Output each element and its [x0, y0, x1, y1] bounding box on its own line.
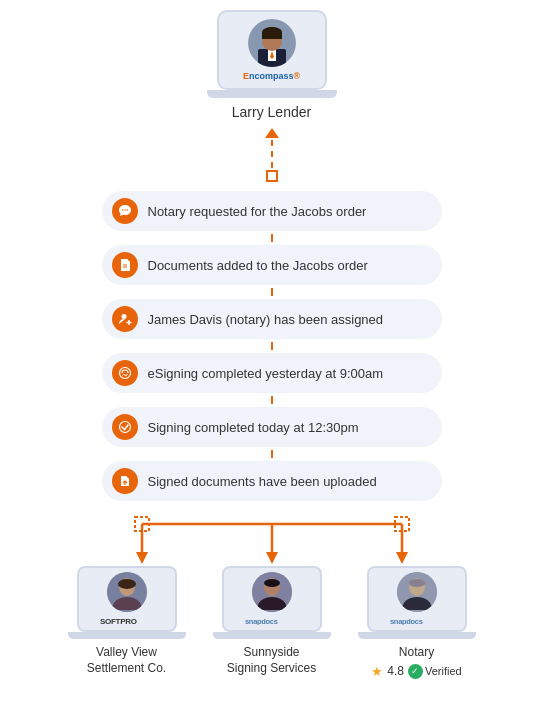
top-section: Encompass® Larry Lender — [207, 10, 337, 120]
verified-badge: ✓ Verified — [408, 664, 462, 679]
activity-esigning: eSigning completed yesterday at 9:00am — [102, 353, 442, 393]
svg-text:SOFTPRO: SOFTPRO — [100, 617, 137, 625]
larry-laptop: Encompass® — [217, 10, 327, 90]
svg-point-29 — [118, 579, 136, 589]
valley-avatar — [107, 572, 147, 612]
svg-point-9 — [126, 209, 128, 211]
card-valley-view: SOFTPRO Valley View Settlement Co. — [62, 566, 192, 679]
upload-doc-icon — [112, 468, 138, 494]
docs-uploaded-text: Signed documents have been uploaded — [148, 474, 377, 489]
softpro-logo: SOFTPRO — [100, 615, 154, 626]
doc-icon — [112, 252, 138, 278]
user-plus-icon — [112, 306, 138, 332]
svg-point-37 — [408, 579, 425, 587]
verified-text: Verified — [425, 665, 462, 677]
signing-complete-text: Signing completed today at 12:30pm — [148, 420, 359, 435]
svg-text:snapdocs: snapdocs — [390, 617, 423, 625]
svg-point-8 — [124, 209, 126, 211]
esigning-text: eSigning completed yesterday at 9:00am — [148, 366, 384, 381]
sunnyside-laptop-base — [213, 632, 331, 639]
svg-marker-26 — [396, 552, 408, 564]
larry-name: Larry Lender — [232, 104, 311, 120]
documents-added-text: Documents added to the Jacobs order — [148, 258, 368, 273]
arrow-up — [265, 128, 279, 184]
branch-svg — [72, 506, 472, 566]
card-notary: snapdocs Notary ★ 4.8 ✓ Verified — [352, 566, 482, 679]
bottom-branch — [72, 506, 472, 566]
sunnyside-avatar — [252, 572, 292, 612]
activity-docs-uploaded: Signed documents have been uploaded — [102, 461, 442, 501]
dashed-conn-3 — [271, 342, 273, 350]
svg-point-33 — [264, 579, 280, 587]
valley-laptop: SOFTPRO — [77, 566, 177, 632]
larry-avatar — [248, 19, 296, 67]
notary-laptop: snapdocs — [367, 566, 467, 632]
svg-marker-24 — [266, 552, 278, 564]
notary-label: Notary — [399, 645, 434, 661]
arrow-shaft — [271, 140, 273, 168]
james-assigned-text: James Davis (notary) has been assigned — [148, 312, 384, 327]
snapdocs-logo-sunnyside: snapdocs — [245, 615, 299, 626]
arrow-head — [265, 128, 279, 138]
svg-point-7 — [121, 209, 123, 211]
notary-requested-text: Notary requested for the Jacobs order — [148, 204, 367, 219]
verified-check-icon: ✓ — [408, 664, 423, 679]
dashed-conn-5 — [271, 450, 273, 458]
valley-laptop-base — [68, 632, 186, 639]
rating-value: 4.8 — [387, 664, 404, 678]
svg-point-15 — [119, 368, 130, 379]
valley-label: Valley View Settlement Co. — [87, 645, 166, 676]
sunnyside-label: Sunnyside Signing Services — [227, 645, 316, 676]
svg-rect-6 — [262, 32, 282, 39]
chat-icon — [112, 198, 138, 224]
activity-notary-requested: Notary requested for the Jacobs order — [102, 191, 442, 231]
notary-avatar — [397, 572, 437, 612]
dashed-conn-1 — [271, 234, 273, 242]
encompass-logo: Encompass® — [243, 71, 300, 81]
activity-list: Notary requested for the Jacobs order Do… — [102, 188, 442, 504]
svg-text:snapdocs: snapdocs — [245, 617, 278, 625]
svg-marker-22 — [136, 552, 148, 564]
card-sunnyside: snapdocs Sunnyside Signing Services — [207, 566, 337, 679]
sunnyside-laptop: snapdocs — [222, 566, 322, 632]
activity-signing-complete: Signing completed today at 12:30pm — [102, 407, 442, 447]
activity-james-assigned: James Davis (notary) has been assigned — [102, 299, 442, 339]
activity-documents-added: Documents added to the Jacobs order — [102, 245, 442, 285]
dashed-conn-2 — [271, 288, 273, 296]
larry-laptop-base — [207, 90, 337, 98]
check-circle-icon — [112, 414, 138, 440]
esign-icon — [112, 360, 138, 386]
dashed-conn-4 — [271, 396, 273, 404]
svg-point-16 — [119, 422, 130, 433]
svg-point-12 — [121, 314, 126, 319]
connector-top — [266, 170, 278, 182]
bottom-cards: SOFTPRO Valley View Settlement Co. — [62, 566, 482, 679]
notary-badge: ★ 4.8 ✓ Verified — [371, 664, 461, 679]
snapdocs-logo-notary: snapdocs — [390, 615, 444, 626]
star-icon: ★ — [371, 664, 383, 679]
main-container: Encompass® Larry Lender Notary requested… — [0, 0, 543, 702]
notary-laptop-base — [358, 632, 476, 639]
